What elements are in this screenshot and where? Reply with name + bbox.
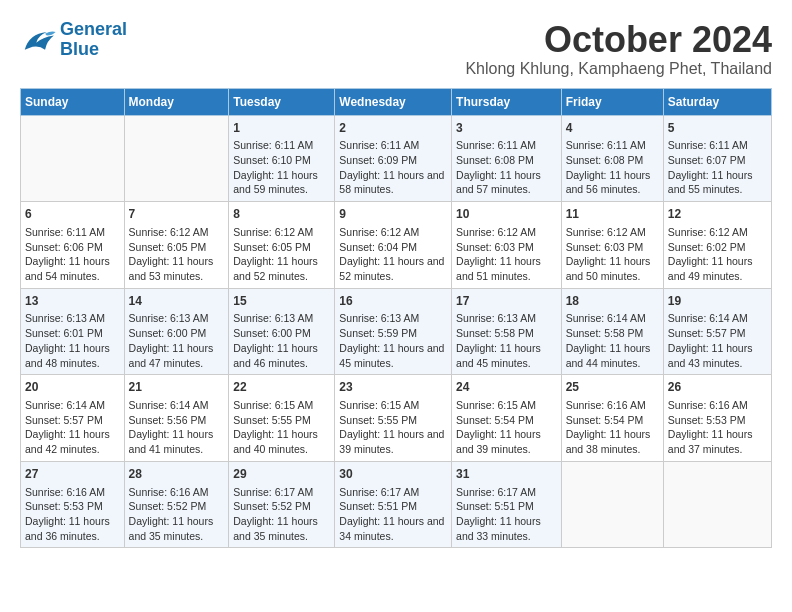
logo-line1: General [60,19,127,39]
calendar-cell: 25Sunrise: 6:16 AMSunset: 5:54 PMDayligh… [561,375,663,462]
day-info: Sunrise: 6:15 AM [339,399,419,411]
calendar-table: Sunday Monday Tuesday Wednesday Thursday… [20,88,772,549]
day-info: Daylight: 11 hours and 57 minutes. [456,169,541,196]
calendar-cell: 6Sunrise: 6:11 AMSunset: 6:06 PMDaylight… [21,202,125,289]
day-number: 21 [129,379,225,396]
calendar-cell: 12Sunrise: 6:12 AMSunset: 6:02 PMDayligh… [663,202,771,289]
day-info: Sunset: 5:53 PM [668,414,746,426]
day-info: Sunset: 6:10 PM [233,154,311,166]
day-info: Sunset: 5:53 PM [25,500,103,512]
day-info: Sunrise: 6:15 AM [456,399,536,411]
day-info: Daylight: 11 hours and 47 minutes. [129,342,214,369]
day-number: 30 [339,466,447,483]
calendar-cell: 5Sunrise: 6:11 AMSunset: 6:07 PMDaylight… [663,115,771,202]
day-info: Sunrise: 6:12 AM [456,226,536,238]
col-thursday: Thursday [452,88,562,115]
col-wednesday: Wednesday [335,88,452,115]
day-number: 4 [566,120,659,137]
day-info: Daylight: 11 hours and 52 minutes. [233,255,318,282]
day-number: 9 [339,206,447,223]
day-info: Sunrise: 6:12 AM [566,226,646,238]
day-info: Sunrise: 6:15 AM [233,399,313,411]
day-info: Daylight: 11 hours and 59 minutes. [233,169,318,196]
day-info: Daylight: 11 hours and 35 minutes. [129,515,214,542]
calendar-cell: 18Sunrise: 6:14 AMSunset: 5:58 PMDayligh… [561,288,663,375]
day-info: Daylight: 11 hours and 52 minutes. [339,255,444,282]
day-info: Sunset: 6:06 PM [25,241,103,253]
logo-text: General Blue [60,20,127,60]
day-info: Sunset: 5:59 PM [339,327,417,339]
day-info: Sunset: 5:58 PM [456,327,534,339]
day-info: Sunset: 6:01 PM [25,327,103,339]
day-number: 22 [233,379,330,396]
day-info: Sunset: 5:56 PM [129,414,207,426]
calendar-cell: 4Sunrise: 6:11 AMSunset: 6:08 PMDaylight… [561,115,663,202]
calendar-cell: 14Sunrise: 6:13 AMSunset: 6:00 PMDayligh… [124,288,229,375]
calendar-cell [124,115,229,202]
day-info: Daylight: 11 hours and 56 minutes. [566,169,651,196]
day-info: Sunset: 5:57 PM [668,327,746,339]
header-row: Sunday Monday Tuesday Wednesday Thursday… [21,88,772,115]
day-info: Sunrise: 6:14 AM [668,312,748,324]
day-number: 2 [339,120,447,137]
logo-line2: Blue [60,39,99,59]
day-number: 26 [668,379,767,396]
calendar-cell: 7Sunrise: 6:12 AMSunset: 6:05 PMDaylight… [124,202,229,289]
day-info: Sunrise: 6:16 AM [25,486,105,498]
day-info: Sunrise: 6:12 AM [339,226,419,238]
day-number: 29 [233,466,330,483]
day-info: Daylight: 11 hours and 36 minutes. [25,515,110,542]
day-info: Daylight: 11 hours and 45 minutes. [456,342,541,369]
day-info: Sunset: 6:08 PM [456,154,534,166]
day-info: Daylight: 11 hours and 58 minutes. [339,169,444,196]
day-info: Sunrise: 6:12 AM [233,226,313,238]
calendar-cell: 30Sunrise: 6:17 AMSunset: 5:51 PMDayligh… [335,461,452,548]
day-info: Sunrise: 6:12 AM [129,226,209,238]
day-number: 31 [456,466,557,483]
day-info: Sunset: 6:04 PM [339,241,417,253]
calendar-week-4: 20Sunrise: 6:14 AMSunset: 5:57 PMDayligh… [21,375,772,462]
calendar-cell: 21Sunrise: 6:14 AMSunset: 5:56 PMDayligh… [124,375,229,462]
day-info: Sunset: 5:51 PM [456,500,534,512]
calendar-cell: 23Sunrise: 6:15 AMSunset: 5:55 PMDayligh… [335,375,452,462]
day-info: Sunrise: 6:11 AM [25,226,105,238]
day-number: 23 [339,379,447,396]
calendar-cell: 27Sunrise: 6:16 AMSunset: 5:53 PMDayligh… [21,461,125,548]
day-info: Sunrise: 6:16 AM [566,399,646,411]
month-title: October 2024 [465,20,772,60]
day-info: Sunrise: 6:14 AM [129,399,209,411]
day-info: Sunrise: 6:11 AM [668,139,748,151]
day-number: 28 [129,466,225,483]
day-info: Sunset: 6:07 PM [668,154,746,166]
calendar-week-3: 13Sunrise: 6:13 AMSunset: 6:01 PMDayligh… [21,288,772,375]
day-number: 14 [129,293,225,310]
day-number: 25 [566,379,659,396]
day-number: 17 [456,293,557,310]
day-number: 3 [456,120,557,137]
calendar-cell: 16Sunrise: 6:13 AMSunset: 5:59 PMDayligh… [335,288,452,375]
calendar-cell: 3Sunrise: 6:11 AMSunset: 6:08 PMDaylight… [452,115,562,202]
day-number: 16 [339,293,447,310]
day-info: Sunrise: 6:11 AM [339,139,419,151]
day-info: Daylight: 11 hours and 37 minutes. [668,428,753,455]
calendar-cell: 11Sunrise: 6:12 AMSunset: 6:03 PMDayligh… [561,202,663,289]
calendar-cell: 10Sunrise: 6:12 AMSunset: 6:03 PMDayligh… [452,202,562,289]
calendar-cell: 19Sunrise: 6:14 AMSunset: 5:57 PMDayligh… [663,288,771,375]
day-number: 5 [668,120,767,137]
day-number: 12 [668,206,767,223]
day-info: Sunrise: 6:11 AM [456,139,536,151]
day-info: Daylight: 11 hours and 42 minutes. [25,428,110,455]
day-info: Daylight: 11 hours and 48 minutes. [25,342,110,369]
calendar-cell: 1Sunrise: 6:11 AMSunset: 6:10 PMDaylight… [229,115,335,202]
day-info: Sunset: 6:00 PM [233,327,311,339]
calendar-cell: 29Sunrise: 6:17 AMSunset: 5:52 PMDayligh… [229,461,335,548]
day-info: Sunrise: 6:16 AM [668,399,748,411]
day-info: Daylight: 11 hours and 39 minutes. [339,428,444,455]
day-info: Sunset: 5:54 PM [456,414,534,426]
col-monday: Monday [124,88,229,115]
calendar-week-1: 1Sunrise: 6:11 AMSunset: 6:10 PMDaylight… [21,115,772,202]
day-info: Sunset: 5:51 PM [339,500,417,512]
day-info: Sunset: 5:52 PM [129,500,207,512]
day-info: Sunset: 5:58 PM [566,327,644,339]
calendar-cell: 20Sunrise: 6:14 AMSunset: 5:57 PMDayligh… [21,375,125,462]
